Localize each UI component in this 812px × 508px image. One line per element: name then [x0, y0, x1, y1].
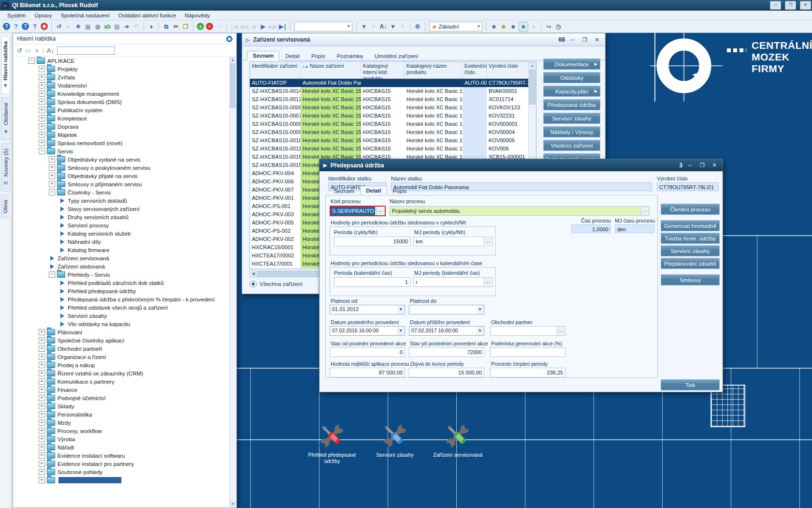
scroll-left-icon[interactable]: ◀: [250, 270, 257, 277]
close-icon[interactable]: ✕: [710, 162, 719, 168]
table-row[interactable]: SZ-HXCBAS15-0007Horské kolo XC Basic 15"…: [250, 112, 536, 120]
menu-item-syst-m[interactable]: Systém: [3, 12, 30, 19]
refresh-icon[interactable]: ↺: [55, 22, 63, 31]
help-topics-icon[interactable]: ?: [12, 22, 20, 31]
expand-icon[interactable]: +: [39, 132, 45, 138]
tree-item-p-ehledy-servis[interactable]: −Přehledy - Servis: [14, 270, 230, 279]
side-button-dokumentace[interactable]: Dokumentace▶: [543, 59, 600, 70]
tree-item-spr-va-dokument-dms-[interactable]: +Správa dokumentů (DMS): [14, 98, 230, 106]
expand-icon[interactable]: +: [39, 370, 45, 376]
perioda-cykly-input[interactable]: 15000: [334, 237, 410, 246]
tree-item-katalog-servisn-ch-slu-eb[interactable]: Katalog servisních služeb: [14, 229, 230, 238]
edit-record-icon[interactable]: ≡: [215, 22, 223, 31]
tree-item-projekty[interactable]: +Projekty: [14, 65, 230, 73]
tree-item[interactable]: +: [14, 476, 230, 484]
tree-item-komunikace-s-partnery[interactable]: +Komunikace s partnery: [14, 377, 230, 386]
perioda-kalendar-input[interactable]: 1: [334, 277, 410, 287]
dialog-button-p-epl-nov-n-z-sah-[interactable]: Přeplánování zásahů: [661, 258, 720, 269]
tab-seznam[interactable]: Seznam: [247, 51, 279, 60]
expand-icon[interactable]: +: [39, 82, 45, 89]
print-icon[interactable]: ▤: [113, 22, 121, 31]
expand-icon[interactable]: +: [39, 337, 45, 344]
filter-sort-icon[interactable]: ▼: [389, 22, 397, 31]
expand-icon[interactable]: +: [39, 477, 45, 483]
tree-item-personalistika[interactable]: +Personalistika: [14, 410, 230, 418]
clear-sort-icon[interactable]: ▼: [398, 22, 407, 31]
expand-icon[interactable]: +: [49, 173, 55, 179]
mj-periody-kalendar-input[interactable]: r ...: [413, 277, 493, 287]
collapse-icon[interactable]: −: [49, 189, 55, 195]
tree-item--zen-vztah-se-z-kazn-ky-crm-[interactable]: +Řízení vztahů se zákazníky (CRM): [14, 369, 230, 377]
user-settings-icon[interactable]: ☻: [490, 22, 498, 31]
quick-filter-combo[interactable]: ▼: [294, 22, 352, 31]
table-row[interactable]: AUTO-FIATDPAutomobil Fiat Doblo Panorama…: [250, 79, 536, 87]
user-window-icon[interactable]: ☻: [509, 22, 518, 31]
tree-scrollbar[interactable]: ▲ ▼: [229, 57, 236, 507]
bell-icon[interactable]: ♦: [147, 22, 156, 31]
expand-icon[interactable]: +: [39, 461, 45, 467]
kod-procesu-field[interactable]: S-SERVPRAUTO ...: [330, 206, 386, 216]
expand-icon[interactable]: +: [39, 329, 45, 335]
tab-popis[interactable]: Popis: [387, 186, 413, 195]
clear-filter-icon[interactable]: ▼: [369, 22, 378, 31]
sort-az-icon[interactable]: A↕: [47, 47, 54, 54]
screen-icon[interactable]: ▭: [25, 47, 31, 54]
tree-item-p-ehled-podklad-z-ru-n-ch-dob-statk-[interactable]: Přehled podkladů záručních dob statků: [14, 279, 230, 287]
tree-item-objedn-vky-p-ijat-na-servis[interactable]: +Objednávky přijaté na servis: [14, 172, 230, 180]
tree-item-aplikace[interactable]: −APLIKACE: [14, 57, 230, 65]
expand-icon[interactable]: +: [39, 90, 45, 97]
tree-item-smlouvy-o-p-ij-man-m-servisu[interactable]: +Smlouvy o přijímaném servisu: [14, 180, 230, 188]
tree-item-typy-servisn-ch-doklad-[interactable]: Typy servisních dokladů: [14, 196, 230, 205]
find-icon[interactable]: ◎: [93, 22, 102, 31]
collapse-icon[interactable]: −: [49, 271, 55, 278]
table-row[interactable]: SZ-HXCBAS15-0012Horské kolo XC Basic 15"…: [250, 95, 536, 104]
tree-item-n-ad-[interactable]: +Nářadí: [14, 443, 230, 451]
tree-item-mzdy[interactable]: +Mzdy: [14, 418, 230, 427]
tree-item-knowledge-management[interactable]: +Knowledge management: [14, 90, 230, 98]
tree-item-servisn-procesy[interactable]: Servisní procesy: [14, 221, 230, 229]
menu-item-spole-n-nastaven-[interactable]: Společná nastavení: [57, 12, 114, 19]
table-row[interactable]: SZ-HXCBAS15-0008Horské kolo XC Basic 15"…: [250, 120, 536, 128]
mj-periody-cykly-input[interactable]: km ...: [413, 237, 493, 246]
table-row[interactable]: SZ-HXCBAS15-0010Horské kolo XC Basic 15"…: [250, 136, 536, 145]
nazev-procesu-field[interactable]: Pravidelný servis automobilu ...: [390, 206, 650, 216]
collapse-icon[interactable]: −: [39, 148, 45, 154]
folder-export-icon[interactable]: ↪: [544, 22, 553, 31]
expand-icon[interactable]: +: [39, 362, 45, 368]
obchodni-partner-input[interactable]: ...: [490, 326, 566, 336]
tree-item-finance[interactable]: +Finance: [14, 386, 230, 394]
lookup-dots-button[interactable]: ...: [557, 327, 565, 335]
side-button-p-edepsan-dr-ba[interactable]: Předepsaná údržba: [543, 99, 600, 110]
table-row[interactable]: SZ-HXCBAS15-0006Horské kolo XC Basic 15"…: [250, 104, 536, 112]
scrollbar-thumb[interactable]: [230, 63, 235, 108]
favorites-star-icon[interactable]: ★: [34, 47, 40, 54]
chevron-down-icon[interactable]: ▼: [477, 327, 483, 335]
menu-item-n-pov-dy[interactable]: Nápovědy: [180, 12, 214, 19]
expand-icon[interactable]: +: [39, 99, 45, 105]
sort-icon[interactable]: A↕: [379, 22, 388, 31]
help-icon[interactable]: ?: [3, 23, 10, 30]
expand-icon[interactable]: +: [39, 345, 45, 352]
data-export-icon[interactable]: ➔: [122, 22, 131, 31]
tree-item-objedn-vky-vydan-na-servis[interactable]: +Objednávky vydané na servis: [14, 155, 230, 164]
tree-item-obchodn-partne-i[interactable]: +Obchodní partneři: [14, 344, 230, 353]
lookup-dots-button[interactable]: ...: [377, 207, 385, 215]
tree-item-prodej-a-n-kup[interactable]: +Prodej a nákup: [14, 361, 230, 369]
next-page-icon[interactable]: ▶▶: [268, 22, 277, 31]
dialog-button-generovat-hromadn-[interactable]: Generovat hromadně: [661, 220, 720, 231]
tree-item-p-edepsan-dr-ba-s-p-ekro-en-m-erp-n-k-proveden-[interactable]: Předepsaná údržba s překročeným % čerpán…: [14, 295, 230, 303]
tree-item-n-hradn-d-ly[interactable]: Náhradní díly: [14, 238, 230, 246]
tree-search-input[interactable]: [57, 46, 115, 55]
tree-item-podvojn-etnictv-[interactable]: +Podvojné účetnictví: [14, 394, 230, 402]
expand-icon[interactable]: +: [39, 354, 45, 360]
table-row[interactable]: SZ-HXCBAS15-0014Horské kolo XC Basic 15"…: [250, 87, 536, 95]
expand-icon[interactable]: +: [39, 378, 45, 385]
mj-casu-field[interactable]: den: [615, 224, 654, 233]
column-header[interactable]: Katalogový název produktu: [405, 62, 463, 78]
tree-item-kompletace[interactable]: +Kompletace: [14, 114, 230, 122]
delete-record-icon[interactable]: −: [206, 23, 213, 30]
tree-item-stavy-servisovan-ch-za-zen-[interactable]: Stavy servisovaných zařízení: [14, 205, 230, 213]
lookup-dots-button[interactable]: ...: [484, 238, 492, 245]
side-button-odst-vky[interactable]: Odstávky: [543, 72, 600, 83]
tree-item-spole-n-seln-ky-aplikac-[interactable]: +Společné číselníky aplikací: [14, 336, 230, 344]
